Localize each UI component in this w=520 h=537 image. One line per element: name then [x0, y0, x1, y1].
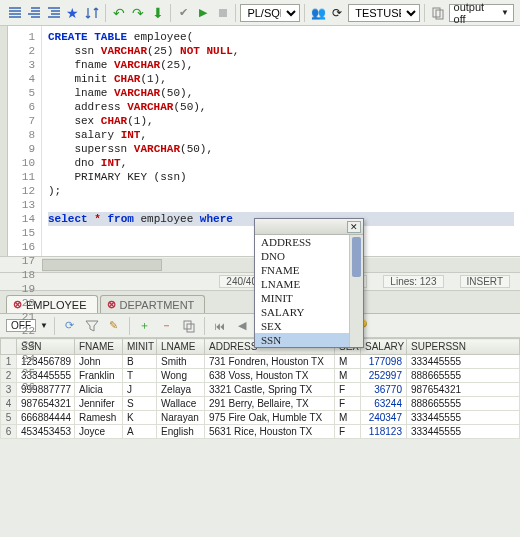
popup-titlebar: ✕ — [255, 219, 363, 235]
copy-output-icon[interactable] — [429, 4, 446, 22]
autocomplete-item[interactable]: ADDRESS — [255, 235, 363, 249]
sql-editor[interactable]: 1234567891011121314151617181920212223242… — [0, 26, 520, 256]
rownum-cell: 6 — [1, 425, 17, 439]
table-row[interactable]: 1 123456789JohnBSmith 731 Fondren, Houst… — [1, 355, 520, 369]
grid-refresh-icon[interactable]: ⟳ — [61, 317, 79, 335]
grid-filter-icon[interactable] — [83, 317, 101, 335]
autocomplete-item[interactable]: SALARY — [255, 305, 363, 319]
autocomplete-item[interactable]: FNAME — [255, 263, 363, 277]
grid-copy-row-icon[interactable] — [180, 317, 198, 335]
table-row[interactable]: 2 333445555FranklinTWong 638 Voss, Houst… — [1, 369, 520, 383]
refresh-schema-icon[interactable]: ⟳ — [329, 4, 346, 22]
output-mode-combo[interactable]: output off▼ — [449, 4, 514, 22]
schema-combo[interactable]: TESTUSER — [348, 4, 420, 22]
line-number-gutter: 1234567891011121314151617181920212223242… — [8, 26, 42, 256]
undo-icon[interactable]: ↶ — [110, 4, 127, 22]
grid-delete-row-icon[interactable]: － — [158, 317, 176, 335]
table-row[interactable]: 5 666884444RameshKNarayan 975 Fire Oak, … — [1, 411, 520, 425]
main-toolbar: ★ ↶ ↷ ⬇ ✔ ▶ PL/SQL 👥 ⟳ TESTUSER output o… — [0, 0, 520, 26]
table-row[interactable]: 3 999887777AliciaJZelaya 3321 Castle, Sp… — [1, 383, 520, 397]
autocomplete-list[interactable]: ADDRESSDNOFNAMELNAMEMINITSALARYSEXSSN — [255, 235, 363, 347]
col-header[interactable]: SALARY — [361, 339, 407, 355]
popup-scrollbar[interactable] — [349, 235, 363, 347]
tab-label: DEPARTMENT — [120, 299, 195, 311]
svg-rect-0 — [219, 9, 227, 17]
language-combo[interactable]: PL/SQL — [240, 4, 300, 22]
table-row[interactable]: 4 987654321JenniferSWallace 291 Berry, B… — [1, 397, 520, 411]
rownum-cell: 4 — [1, 397, 17, 411]
run-icon[interactable]: ▶ — [195, 4, 212, 22]
grid-prev-icon[interactable]: ◀ — [233, 317, 251, 335]
popup-scroll-thumb[interactable] — [352, 237, 361, 277]
tab-label: EMPLOYEE — [26, 299, 87, 311]
autocomplete-popup[interactable]: ✕ ADDRESSDNOFNAMELNAMEMINITSALARYSEXSSN — [254, 218, 364, 348]
col-header[interactable]: MINIT — [123, 339, 157, 355]
autocomplete-item[interactable]: DNO — [255, 249, 363, 263]
grid-first-icon[interactable]: ⏮ — [211, 317, 229, 335]
down-arrow-icon[interactable]: ⬇ — [149, 4, 166, 22]
status-lines: Lines: 123 — [383, 275, 443, 288]
grid-edit-icon[interactable]: ✎ — [105, 317, 123, 335]
list-icon[interactable] — [6, 4, 23, 22]
col-header[interactable]: FNAME — [75, 339, 123, 355]
star-icon[interactable]: ★ — [64, 4, 81, 22]
redo-icon[interactable]: ↷ — [129, 4, 146, 22]
close-tab-icon[interactable]: ⊗ — [107, 298, 116, 311]
grid-add-row-icon[interactable]: ＋ — [136, 317, 154, 335]
rownum-cell: 5 — [1, 411, 17, 425]
indent-icon[interactable] — [45, 4, 62, 22]
autocomplete-item[interactable]: SEX — [255, 319, 363, 333]
users-icon[interactable]: 👥 — [309, 4, 326, 22]
outdent-icon[interactable] — [25, 4, 42, 22]
autocomplete-item[interactable]: SSN — [255, 333, 363, 347]
hscroll-thumb[interactable] — [42, 259, 162, 271]
status-mode: INSERT — [460, 275, 511, 288]
result-tab[interactable]: ⊗ DEPARTMENT — [100, 295, 206, 313]
stop-icon[interactable] — [214, 4, 231, 22]
sort-icon[interactable] — [84, 4, 101, 22]
col-header[interactable]: LNAME — [157, 339, 205, 355]
autocomplete-item[interactable]: LNAME — [255, 277, 363, 291]
close-icon[interactable]: ✕ — [347, 221, 361, 233]
col-header[interactable]: SUPERSSN — [407, 339, 520, 355]
autocomplete-item[interactable]: MINIT — [255, 291, 363, 305]
editor-gutter — [0, 26, 8, 256]
result-grid[interactable]: SSNFNAMEMINITLNAMEADDRESSSEXSALARYSUPERS… — [0, 338, 520, 439]
table-row[interactable]: 6 453453453JoyceAEnglish 5631 Rice, Hous… — [1, 425, 520, 439]
check-icon[interactable]: ✔ — [175, 4, 192, 22]
